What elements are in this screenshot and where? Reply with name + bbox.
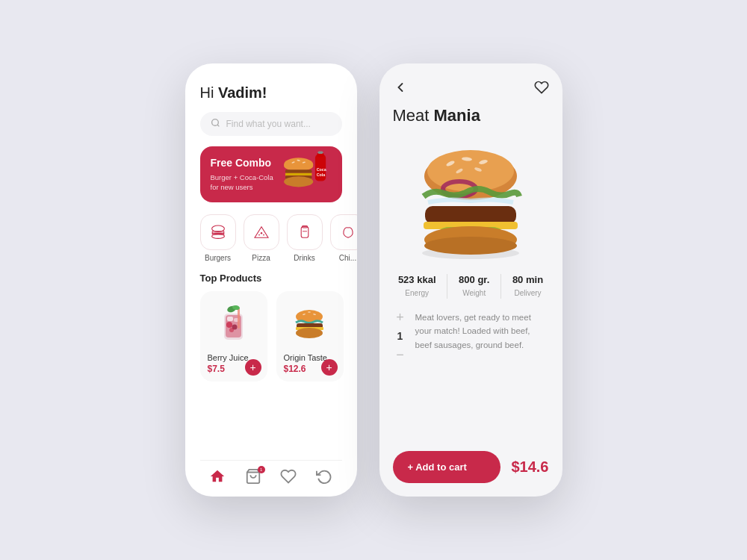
category-burgers-label: Burgers [205,254,231,262]
detail-screen-phone: Meat Mania [379,63,562,497]
stat-divider-1 [447,274,447,299]
promo-food-image: Coca Cola [279,150,338,199]
promo-banner[interactable]: Free Combo Burger + Coca-Colafor new use… [200,146,342,202]
bottom-nav: 1 [200,460,342,485]
stat-energy-value: 523 kkal [398,274,436,285]
right-screen-content: Meat Mania [379,63,562,497]
svg-rect-23 [301,227,309,237]
back-button[interactable] [393,80,408,99]
category-drinks-label: Drinks [294,254,314,262]
app-screens: Hi Vadim! Find what you want... Free Com… [185,63,562,497]
category-pizza[interactable]: Pizza [244,214,279,262]
cart-badge: 1 [258,466,265,473]
stat-weight-label: Weight [462,289,486,297]
svg-text:Coca: Coca [316,167,326,172]
svg-point-0 [211,119,218,126]
svg-point-42 [296,328,323,338]
home-screen-phone: Hi Vadim! Find what you want... Free Com… [185,63,357,497]
stat-weight: 800 gr. Weight [459,274,489,299]
category-chicken[interactable]: Chi... [330,214,357,262]
svg-point-20 [260,232,261,234]
detail-header [379,63,562,106]
product-description: Meat lovers, get ready to meet your matc… [415,311,549,433]
svg-rect-53 [425,206,516,224]
svg-point-8 [284,161,313,171]
category-burgers[interactable]: Burgers [200,214,236,262]
detail-title: Meat Mania [379,106,562,133]
stat-divider-2 [500,274,501,299]
quantity-control: + 1 − [393,311,408,433]
title-plain: Meat [393,106,434,125]
add-berry-juice-button[interactable]: + [245,359,261,376]
stats-row: 523 kkal Energy 800 gr. Weight 80 min De… [379,264,562,306]
svg-point-59 [424,237,517,255]
add-to-cart-bar: + Add to cart $14.6 [379,441,562,497]
section-title: Top Products [200,273,342,284]
svg-point-38 [308,312,311,314]
svg-point-33 [226,322,232,328]
burger-detail-image [379,133,562,264]
category-chicken-label: Chi... [339,254,356,262]
svg-rect-30 [238,308,240,329]
quantity-value: 1 [397,330,403,342]
svg-point-22 [263,234,264,236]
category-chicken-icon [330,214,357,250]
category-drinks[interactable]: Drinks [287,214,323,262]
svg-rect-9 [285,169,311,172]
stat-delivery-label: Delivery [514,289,541,297]
search-bar[interactable]: Find what you want... [200,112,342,136]
category-burgers-icon [200,214,236,250]
category-drinks-icon [287,214,323,250]
product-card-berry-juice[interactable]: Berry Juice $7.5 + [200,291,267,382]
svg-point-21 [258,234,260,236]
add-to-cart-label: + Add to cart [408,461,467,473]
search-icon [211,118,220,130]
stat-energy: 523 kkal Energy [398,274,436,299]
svg-line-1 [217,125,219,126]
svg-point-35 [229,328,234,332]
title-bold: Mania [434,106,480,125]
stat-weight-value: 800 gr. [459,274,489,285]
quantity-decrease-button[interactable]: − [396,348,404,361]
categories-row: Burgers Pizza [200,214,342,262]
stat-delivery: 80 min Delivery [512,274,543,299]
product-card-origin-taste[interactable]: Origin Taste $12.6 + [276,291,344,382]
stat-energy-label: Energy [405,289,429,297]
svg-rect-4 [317,151,323,154]
greeting-username: Vadim! [218,84,267,101]
category-pizza-label: Pizza [252,254,270,262]
quantity-increase-button[interactable]: + [396,311,404,324]
berry-juice-image [208,299,260,347]
nav-history[interactable] [316,468,332,485]
category-pizza-icon [244,214,279,250]
svg-text:Cola: Cola [316,172,325,177]
svg-point-12 [284,176,313,187]
greeting-hi: Hi [200,84,218,101]
svg-rect-28 [227,317,233,321]
add-to-cart-button[interactable]: + Add to cart [393,451,501,483]
svg-point-16 [211,225,224,231]
search-placeholder-text: Find what you want... [226,119,311,129]
products-grid: Berry Juice $7.5 + [200,291,342,382]
svg-rect-10 [285,173,311,176]
add-origin-taste-button[interactable]: + [321,359,338,376]
favorite-button[interactable] [534,80,549,99]
greeting-text: Hi Vadim! [200,84,342,102]
cart-price: $14.6 [511,458,548,476]
nav-favorites[interactable] [280,468,297,485]
nav-home[interactable] [209,468,226,485]
stat-delivery-value: 80 min [512,274,543,285]
nav-cart[interactable]: 1 [245,468,261,485]
left-screen-content: Hi Vadim! Find what you want... Free Com… [185,63,357,497]
origin-taste-image [284,299,336,347]
detail-body: + 1 − Meat lovers, get ready to meet you… [379,306,562,441]
